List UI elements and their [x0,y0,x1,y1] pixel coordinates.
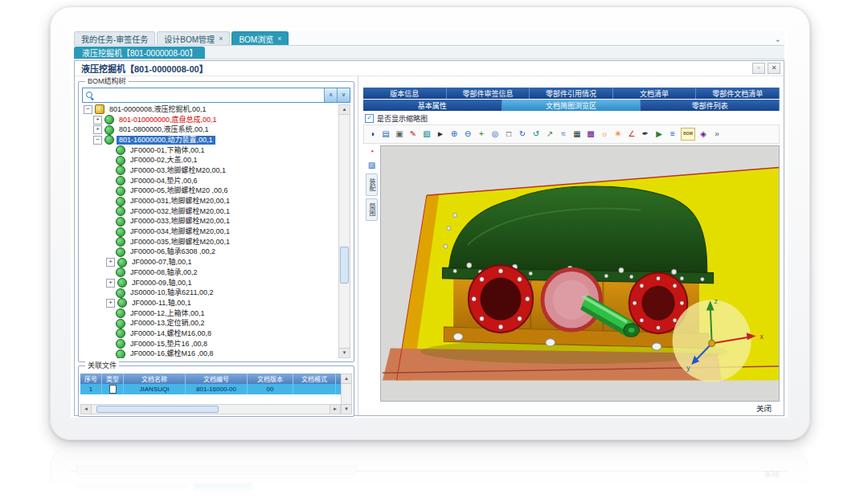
structure-icon[interactable]: ≡ [667,129,678,140]
tree-node[interactable]: JF0000-02,大盖,00,1 [82,155,339,165]
tree-node[interactable]: JF0000-01,下箱体,00,1 [82,145,339,156]
fly-icon[interactable]: ↗ [544,129,555,140]
tree-node[interactable]: +JF0000-09,轴,00,1 [82,278,339,288]
view-mode-icon[interactable]: ◑ [366,129,378,140]
select-cursor-icon[interactable]: ► [435,129,446,140]
related-files-hscrollbar[interactable]: ◄ ► [80,404,341,414]
part-icon [116,145,125,155]
search-next-button[interactable]: ∨ [337,88,350,102]
light-icon[interactable]: ☼ [599,129,610,140]
chevron-down-icon[interactable]: ⌄ [775,35,784,45]
settings-icon[interactable]: ◈ [698,129,709,140]
palette-icon[interactable]: ▨ [366,160,378,171]
animation-icon[interactable]: ▶ [653,129,665,140]
search-prev-button[interactable]: ∧ [324,88,337,102]
scroll-left-icon[interactable]: ◄ [81,405,92,414]
tab-part-list[interactable]: 零部件列表 [641,100,780,111]
zoom-in-icon[interactable]: ⊕ [448,129,460,140]
close-tab-icon[interactable]: × [277,35,281,43]
side-tab-assembly[interactable]: 装配 [366,173,378,196]
table-row[interactable]: 1 JIANSUQI 801-16000-00 00 [80,384,341,394]
tab-part-approval-info[interactable]: 零部件审签信息 [447,88,530,99]
close-tab-icon[interactable]: × [219,35,223,43]
tree-node[interactable]: JF0000-03,地脚螺栓M20,00,1 [82,165,339,176]
3d-viewport[interactable]: x z y [380,145,780,402]
tree-node[interactable]: +801-0800000,液压系统,00,1 [82,124,339,135]
tree-node[interactable]: JF0000-06,轴承6308 ,00,2 [82,247,339,258]
scroll-up-icon[interactable]: ▲ [342,374,351,384]
tree-node[interactable]: JF0000-035,地脚螺栓M20,00,1 [82,237,339,247]
tree-node[interactable]: JF0000-033,地脚螺栓M20,00,1 [82,217,339,227]
expand-icon[interactable]: + [93,116,102,124]
tree-node[interactable]: JF0000-034,地脚螺栓M20,00,1 [82,227,339,237]
tab-document-list[interactable]: 文档清单 [613,88,697,99]
tab-part-document-list[interactable]: 零部件文档清单 [696,88,780,99]
collapse-icon[interactable]: − [84,105,92,114]
pan-icon[interactable]: + [476,129,487,140]
tab-my-tasks[interactable]: 我的任务-审签任务 [74,31,155,45]
tree-node[interactable]: JF0000-04,垫片,00,6 [82,176,339,186]
expand-icon[interactable]: + [106,299,115,308]
tree-search-box[interactable]: ∧ ∨ [82,88,350,103]
tree-node[interactable]: JS0000-10,轴承6211,00,2 [82,288,339,298]
zoom-out-icon[interactable]: ⊖ [462,129,473,140]
tree-node[interactable]: +JF0000-07,轴,00,1 [82,257,339,267]
restore-button[interactable]: ▫ [752,63,765,74]
tree-node[interactable]: JF0000-15,垫片16 ,00,8 [82,339,339,349]
thumbnail-checkbox[interactable]: ✓ [365,114,374,123]
tree-node[interactable]: JF0000-08,轴承,00,2 [82,267,339,278]
tree-node[interactable]: JF0000-032,地脚螺栓M20,00,1 [82,206,339,217]
tree-node-selected[interactable]: −801-16000000,动力装置,00,1 [82,135,339,145]
tab-bom-browse[interactable]: BOM浏览× [231,31,289,45]
tab-document-excavator[interactable]: 液压挖掘机【801-0000008-00】 [74,47,205,59]
snapshot-icon[interactable]: ▧ [421,129,432,140]
tree-node[interactable]: +801-010000000,底盘总成,00,1 [82,115,339,125]
tree-node[interactable]: −801-0000008,液压挖掘机,00,1 [82,104,339,115]
print-icon[interactable]: ▣ [394,129,405,140]
tree-node[interactable]: JF0000-16,螺栓M16 ,00,8 [82,349,339,359]
explode-icon[interactable]: ✳ [612,129,624,140]
related-files-vscrollbar[interactable]: ▲ ▼ [341,374,352,414]
bom-icon[interactable]: BOM [681,128,695,141]
markup-icon[interactable]: ✒ [640,129,651,140]
expand-icon[interactable]: + [93,125,102,134]
rotate-icon[interactable]: ↻ [517,129,528,140]
scrollbar-thumb[interactable] [340,247,349,284]
scroll-up-icon[interactable]: ▲ [339,105,350,115]
tab-basic-properties[interactable]: 基本属性 [363,100,502,111]
tab-part-usage[interactable]: 零部件引用情况 [530,88,613,99]
expand-icon[interactable]: + [106,279,115,288]
scroll-down-icon[interactable]: ▼ [339,348,350,357]
tree-node[interactable]: JF0000-13,定位销,00,2 [82,318,339,329]
orbit-icon[interactable]: ↺ [530,129,542,140]
tab-document-preview[interactable]: 文档简图浏览区 [502,100,641,111]
scroll-right-icon[interactable]: ► [330,405,340,414]
tab-version-info[interactable]: 版本信息 [363,88,447,99]
zoom-area-icon[interactable]: ◎ [489,129,501,140]
tree-node[interactable]: JF0000-031,地脚螺栓M20,00,1 [82,196,339,206]
tab-design-bom[interactable]: 设计BOM管理× [157,31,230,45]
close-button[interactable]: 关闭 [756,402,772,414]
measure-icon[interactable]: ∠ [626,129,637,140]
scrollbar-thumb[interactable] [96,406,219,413]
section-icon[interactable]: ≈ [558,129,569,140]
tree-node[interactable]: JF0000-14,螺栓M16,00,8 [82,329,339,339]
open-doc-icon[interactable]: ▤ [380,129,391,140]
expand-icon[interactable]: + [106,258,115,267]
collapse-icon[interactable]: − [93,136,102,145]
main-panel: 液压挖掘机【801-0000008-00】 ▫ ✕ BOM结构树 ∧ [74,60,784,416]
side-tab-sketch[interactable]: 简图 [366,198,378,221]
tree-node[interactable]: JF0000-05,地脚螺栓M20 ,00,6 [82,186,339,197]
tree-node[interactable]: +JF0000-11,轴,00,1 [82,298,339,308]
render-icon[interactable]: ▩ [585,129,596,140]
document-icon [109,385,117,394]
tree-node[interactable]: JF0000-12,上箱体,00,1 [82,308,339,319]
edit-icon[interactable]: ✎ [407,129,419,140]
scroll-down-icon[interactable]: ▼ [342,404,351,414]
wireframe-icon[interactable]: ▦ [571,129,583,140]
more-icon[interactable]: » [711,129,723,140]
panel-close-button[interactable]: ✕ [768,63,780,74]
stats-pie-icon[interactable]: ◔ [366,146,378,157]
fit-view-icon[interactable]: □ [503,129,514,140]
tree-scrollbar[interactable]: ▲ ▼ [338,104,350,358]
